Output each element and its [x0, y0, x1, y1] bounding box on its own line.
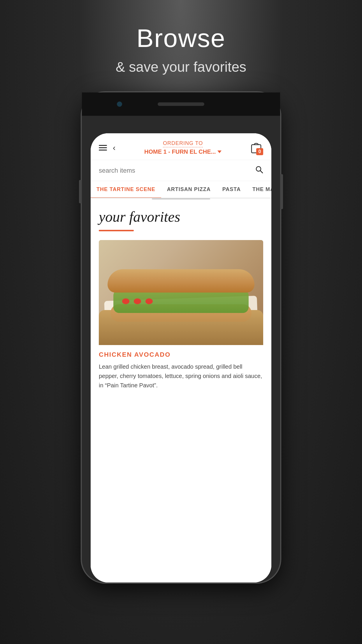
bread-top: [108, 269, 254, 293]
cart-badge: 0: [256, 148, 263, 155]
search-input[interactable]: [99, 167, 255, 174]
tomatoes: [122, 298, 153, 304]
search-bar: [91, 160, 271, 181]
page-title: Browse: [136, 23, 225, 53]
main-content[interactable]: your favorites: [91, 200, 271, 582]
food-image: [99, 240, 263, 345]
hamburger-line-1: [99, 145, 107, 146]
cart-count: 0: [259, 149, 261, 154]
ordering-to-label: ORDERING TO: [163, 140, 203, 147]
food-item-description: Lean grilled chicken breast, avocado spr…: [99, 362, 263, 390]
phone-camera: [117, 102, 122, 107]
food-card[interactable]: CHICKEN AVOCADO Lean grilled chicken bre…: [99, 240, 263, 390]
hamburger-line-2: [99, 147, 107, 148]
back-icon[interactable]: ‹: [113, 143, 115, 153]
tab-pasta[interactable]: PASTA: [217, 181, 247, 198]
search-icon[interactable]: [255, 165, 263, 176]
favorites-underline: [99, 230, 134, 231]
hamburger-line-3: [99, 150, 107, 150]
tomato-3: [145, 298, 153, 304]
svg-line-2: [260, 171, 263, 173]
favorites-title: your favorites: [99, 208, 263, 225]
favorites-section: your favorites: [99, 200, 263, 390]
address-value: HOME 1 - FURN EL CHE...: [144, 148, 216, 155]
header-center: ORDERING TO HOME 1 - FURN EL CHE...: [144, 140, 222, 155]
page-header: Browse & save your favorites: [0, 0, 362, 92]
cart-button[interactable]: 0: [250, 141, 263, 155]
app-content: ‹ ORDERING TO HOME 1 - FURN EL CHE...: [91, 133, 271, 582]
address-text[interactable]: HOME 1 - FURN EL CHE...: [144, 148, 222, 155]
category-tabs: THE TARTINE SCENE ARTISAN PIZZA PASTA TH…: [91, 181, 271, 198]
food-item-name: CHICKEN AVOCADO: [99, 351, 263, 358]
header-right: 0: [250, 141, 263, 155]
tab-tartine-scene[interactable]: THE TARTINE SCENE: [91, 181, 161, 198]
header-left: ‹: [99, 143, 115, 153]
tomato-1: [122, 298, 129, 304]
phone-speaker: [158, 102, 204, 106]
page-subtitle: & save your favorites: [116, 59, 246, 75]
hamburger-icon[interactable]: [99, 145, 107, 150]
phone-top-bar: [82, 92, 280, 116]
tomato-2: [134, 298, 141, 304]
app-header: ‹ ORDERING TO HOME 1 - FURN EL CHE...: [91, 133, 271, 160]
phone-screen: ‹ ORDERING TO HOME 1 - FURN EL CHE...: [91, 133, 271, 582]
tab-artisan-pizza[interactable]: ARTISAN PIZZA: [161, 181, 217, 198]
phone-frame: ‹ ORDERING TO HOME 1 - FURN EL CHE...: [82, 92, 280, 582]
tab-more[interactable]: THE MA...: [247, 181, 271, 198]
sandwich-background: [99, 240, 263, 345]
dropdown-arrow-icon: [217, 150, 222, 153]
